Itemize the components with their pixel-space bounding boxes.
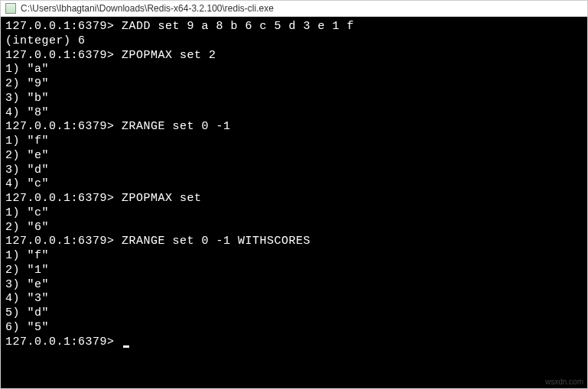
terminal-output-line: 2) "e" xyxy=(5,149,583,164)
terminal-output-line: 1) "f" xyxy=(5,249,583,264)
terminal-output-line: 2) "9" xyxy=(5,77,583,92)
terminal-output-line: 4) "3" xyxy=(5,292,583,306)
terminal-output-line: 6) "5" xyxy=(5,321,583,336)
terminal-command-line: 127.0.0.1:6379> ZRANGE set 0 -1 xyxy=(5,120,583,135)
terminal-output-line: 1) "a" xyxy=(5,63,583,77)
app-icon xyxy=(5,3,16,14)
terminal-output-line: 1) "c" xyxy=(5,206,583,221)
terminal-output-line: 4) "8" xyxy=(5,106,583,121)
terminal-command-line: 127.0.0.1:6379> ZRANGE set 0 -1 WITHSCOR… xyxy=(5,235,583,249)
terminal-output-line: 2) "1" xyxy=(5,264,583,278)
terminal-output[interactable]: 127.0.0.1:6379> ZADD set 9 a 8 b 6 c 5 d… xyxy=(1,17,587,388)
terminal-output-line: 3) "e" xyxy=(5,278,583,293)
window-title: C:\Users\Ibhagtani\Downloads\Redis-x64-3… xyxy=(21,3,274,14)
terminal-command-line: 127.0.0.1:6379> xyxy=(5,336,583,350)
cursor xyxy=(123,345,129,348)
terminal-output-line: 2) "6" xyxy=(5,221,583,235)
terminal-output-line: 3) "b" xyxy=(5,92,583,106)
terminal-output-line: 5) "d" xyxy=(5,306,583,321)
titlebar[interactable]: C:\Users\Ibhagtani\Downloads\Redis-x64-3… xyxy=(1,1,587,17)
terminal-output-line: 3) "d" xyxy=(5,164,583,178)
terminal-command-line: 127.0.0.1:6379> ZADD set 9 a 8 b 6 c 5 d… xyxy=(5,20,583,34)
terminal-output-line: 1) "f" xyxy=(5,135,583,149)
terminal-output-line: (integer) 6 xyxy=(5,34,583,49)
terminal-window: C:\Users\Ibhagtani\Downloads\Redis-x64-3… xyxy=(0,0,588,389)
terminal-output-line: 4) "c" xyxy=(5,177,583,192)
terminal-command-line: 127.0.0.1:6379> ZPOPMAX set xyxy=(5,192,583,206)
terminal-command-line: 127.0.0.1:6379> ZPOPMAX set 2 xyxy=(5,49,583,63)
